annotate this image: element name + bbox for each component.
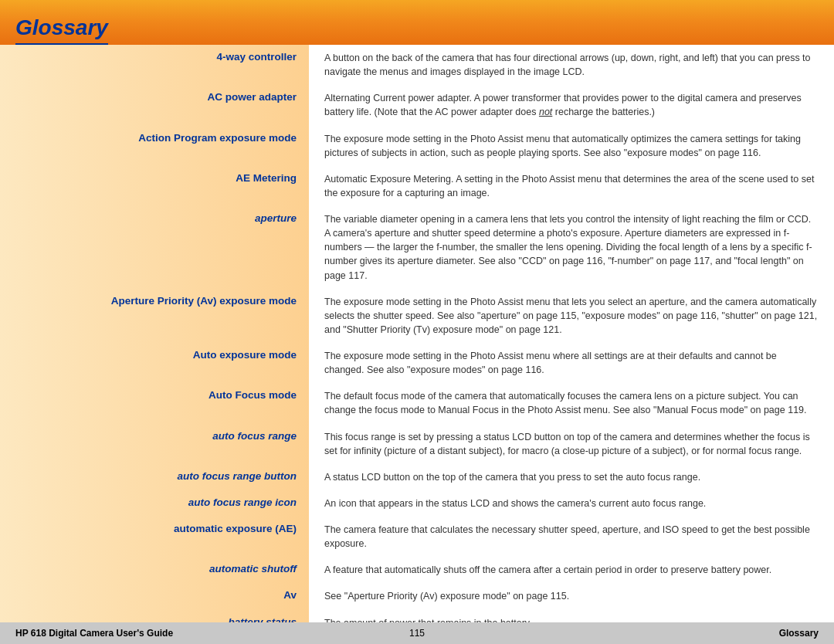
glossary-row: auto focus range iconAn icon that appear… bbox=[0, 490, 834, 517]
glossary-term: automatic shutoff bbox=[0, 557, 309, 583]
glossary-term: 4-way controller bbox=[0, 45, 309, 85]
glossary-definition: The variable diameter opening in a camer… bbox=[309, 206, 834, 289]
glossary-definition: A button on the back of the camera that … bbox=[309, 45, 834, 85]
glossary-row: Auto exposure modeThe exposure mode sett… bbox=[0, 343, 834, 383]
glossary-term: auto focus range button bbox=[0, 464, 309, 490]
glossary-term: Action Program exposure mode bbox=[0, 126, 309, 166]
page-header: Glossary bbox=[0, 0, 834, 45]
glossary-definition: Alternating Current power adapter. A pow… bbox=[309, 85, 834, 125]
glossary-row: automatic exposure (AE)The camera featur… bbox=[0, 517, 834, 557]
glossary-term: aperture bbox=[0, 206, 309, 289]
glossary-row: AvSee "Aperture Priority (Av) exposure m… bbox=[0, 583, 834, 609]
footer-page-number: 115 bbox=[409, 628, 425, 639]
glossary-row: Aperture Priority (Av) exposure modeThe … bbox=[0, 289, 834, 343]
glossary-term: battery status bbox=[0, 610, 309, 623]
glossary-row: Auto Focus modeThe default focus mode of… bbox=[0, 383, 834, 423]
glossary-row: apertureThe variable diameter opening in… bbox=[0, 206, 834, 289]
glossary-term: Auto Focus mode bbox=[0, 383, 309, 423]
glossary-term: Av bbox=[0, 583, 309, 609]
glossary-row: automatic shutoffA feature that automati… bbox=[0, 557, 834, 583]
glossary-definition: The camera feature that calculates the n… bbox=[309, 517, 834, 557]
page-title: Glossary bbox=[15, 15, 108, 45]
glossary-term: AE Metering bbox=[0, 166, 309, 206]
glossary-term: Auto exposure mode bbox=[0, 343, 309, 383]
glossary-definition: See "Aperture Priority (Av) exposure mod… bbox=[309, 583, 834, 609]
glossary-definition: The amount of power that remains in the … bbox=[309, 610, 834, 623]
glossary-row: auto focus range buttonA status LCD butt… bbox=[0, 464, 834, 490]
glossary-definition: Automatic Exposure Metering. A setting i… bbox=[309, 166, 834, 206]
glossary-row: auto focus rangeThis focus range is set … bbox=[0, 424, 834, 464]
footer-section-title: Glossary bbox=[779, 628, 819, 639]
glossary-row: AE MeteringAutomatic Exposure Metering. … bbox=[0, 166, 834, 206]
glossary-row: Action Program exposure modeThe exposure… bbox=[0, 126, 834, 166]
page-footer: HP 618 Digital Camera User's Guide 115 G… bbox=[0, 622, 834, 644]
glossary-definition: A feature that automatically shuts off t… bbox=[309, 557, 834, 583]
glossary-term: AC power adapter bbox=[0, 85, 309, 125]
glossary-row: battery statusThe amount of power that r… bbox=[0, 610, 834, 623]
glossary-definition: A status LCD button on the top of the ca… bbox=[309, 464, 834, 490]
glossary-term: automatic exposure (AE) bbox=[0, 517, 309, 557]
footer-guide-title: HP 618 Digital Camera User's Guide bbox=[15, 628, 173, 639]
glossary-definition: This focus range is set by pressing a st… bbox=[309, 424, 834, 464]
glossary-term: auto focus range bbox=[0, 424, 309, 464]
glossary-row: AC power adapterAlternating Current powe… bbox=[0, 85, 834, 125]
glossary-definition: The default focus mode of the camera tha… bbox=[309, 383, 834, 423]
glossary-definition: The exposure mode setting in the Photo A… bbox=[309, 343, 834, 383]
glossary-definition: The exposure mode setting in the Photo A… bbox=[309, 289, 834, 343]
glossary-table: 4-way controllerA button on the back of … bbox=[0, 45, 834, 622]
page-wrapper: Glossary 4-way controllerA button on the… bbox=[0, 0, 834, 644]
glossary-term: Aperture Priority (Av) exposure mode bbox=[0, 289, 309, 343]
content-area: 4-way controllerA button on the back of … bbox=[0, 45, 834, 622]
glossary-row: 4-way controllerA button on the back of … bbox=[0, 45, 834, 85]
glossary-definition: The exposure mode setting in the Photo A… bbox=[309, 126, 834, 166]
glossary-definition: An icon that appears in the status LCD a… bbox=[309, 490, 834, 517]
glossary-term: auto focus range icon bbox=[0, 490, 309, 517]
